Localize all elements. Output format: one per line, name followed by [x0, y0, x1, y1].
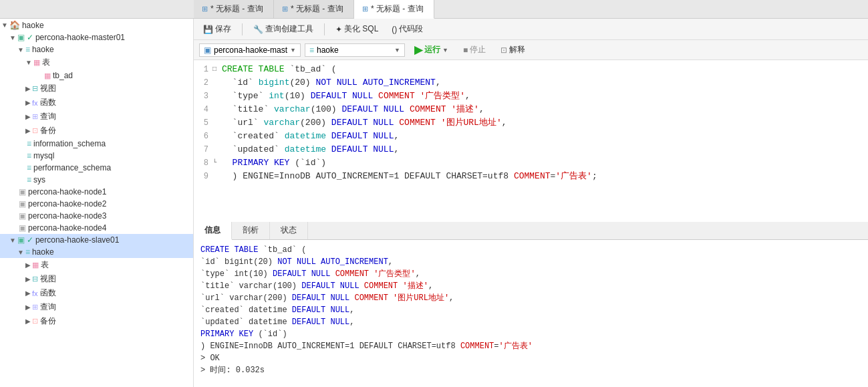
code-editor[interactable]: 1 □ CREATE TABLE `tb_ad` ( 2 `id` bigint… [194, 60, 868, 222]
haoke-db-expander[interactable]: ▼ [17, 46, 24, 53]
result-tab-profile[interactable]: 剖析 [232, 222, 270, 239]
sidebar-item-slave01[interactable]: ▼ ▣ ✓ percona-haoke-slave01 [0, 234, 193, 246]
master01-icon: ▣ [17, 33, 25, 42]
views-icon: ⊟ [32, 84, 38, 93]
master01-label: percona-haoke-master01 [35, 33, 125, 42]
funcs-expander[interactable]: ▶ [25, 99, 31, 106]
explain-label: 解释 [509, 44, 525, 55]
tab-3[interactable]: ⊞ * 无标题 - 查询 [354, 0, 434, 19]
sidebar-item-tables2[interactable]: ▶ ▦ 表 [0, 258, 193, 272]
code-line-6: 6 `created` datetime DEFAULT NULL, [194, 130, 868, 143]
sidebar-item-node3[interactable]: ▣ percona-haoke-node3 [0, 210, 193, 222]
slave01-label: percona-haoke-slave01 [35, 235, 119, 245]
db-select[interactable]: ≡ haoke ▼ [305, 43, 405, 57]
result-tab-status-label: 状态 [281, 225, 297, 235]
explain-icon: ⊡ [500, 45, 507, 55]
sidebar-item-node1[interactable]: ▣ percona-haoke-node1 [0, 186, 193, 198]
views-expander[interactable]: ▶ [25, 85, 31, 92]
backup-icon: ⊡ [32, 126, 38, 135]
sidebar-item-views[interactable]: ▶ ⊟ 视图 [0, 82, 193, 96]
tables-expander[interactable]: ▼ [25, 59, 32, 66]
sidebar-item-info-schema[interactable]: ≡ information_schema [0, 138, 193, 150]
node1-icon: ▣ [19, 187, 26, 197]
save-label: 保存 [215, 23, 231, 35]
slave01-expander[interactable]: ▼ [9, 237, 16, 244]
tab-1[interactable]: ⊞ * 无标题 - 查询 [194, 0, 274, 18]
tb-ad-label: tb_ad [53, 71, 73, 80]
haoke-db2-expander[interactable]: ▼ [17, 249, 24, 256]
sidebar-item-tb-ad[interactable]: ▦ tb_ad [0, 70, 193, 82]
code-line-3: 3 `type` int(10) DEFAULT NULL COMMENT '广… [194, 90, 868, 103]
code-segment-button[interactable]: () 代码段 [388, 22, 427, 36]
views2-icon: ⊟ [32, 275, 38, 283]
save-button[interactable]: 💾 保存 [199, 22, 235, 36]
slave01-icon: ▣ [17, 235, 25, 245]
sidebar-item-node2[interactable]: ▣ percona-haoke-node2 [0, 198, 193, 210]
server-select[interactable]: ▣ percona-haoke-mast ▼ [199, 43, 301, 57]
result-line-6: `created` datetime DEFAULT NULL, [200, 304, 861, 316]
toolbar-sep-1 [242, 23, 243, 35]
result-line-2: `id` bigint(20) NOT NULL AUTO_INCREMENT, [200, 256, 861, 268]
perf-schema-label: performance_schema [33, 163, 111, 172]
server-dropdown-arrow: ▼ [290, 47, 296, 53]
result-tab-info[interactable]: 信息 [194, 222, 232, 240]
backup2-expander[interactable]: ▶ [25, 317, 31, 325]
sidebar-item-funcs[interactable]: ▶ fx 函数 [0, 96, 193, 110]
code-line-4: 4 `title` varchar(100) DEFAULT NULL COMM… [194, 103, 868, 116]
db-select-label: haoke [317, 45, 339, 55]
queries-expander[interactable]: ▶ [25, 113, 31, 120]
node4-icon: ▣ [19, 223, 26, 233]
code-line-8: 8 └ PRIMARY KEY (`id`) [194, 156, 868, 170]
query-tool-icon: 🔧 [253, 25, 263, 34]
queries2-icon: ⊞ [32, 303, 38, 311]
run-dropdown[interactable]: ▼ [442, 47, 448, 53]
sidebar-item-backup2[interactable]: ▶ ⊡ 备份 [0, 314, 193, 328]
sidebar-item-sys[interactable]: ≡ sys [0, 174, 193, 186]
result-area: CREATE TABLE `tb_ad` ( `id` bigint(20) N… [194, 240, 868, 387]
sidebar-item-backup[interactable]: ▶ ⊡ 备份 [0, 124, 193, 138]
sidebar-item-mysql[interactable]: ≡ mysql [0, 150, 193, 162]
code-segment-label: 代码段 [399, 23, 423, 35]
sidebar-item-haoke-root[interactable]: ▼ 🏠 haoke [0, 19, 193, 31]
result-tab-status[interactable]: 状态 [270, 222, 308, 239]
tab-2[interactable]: ⊞ * 无标题 - 查询 [274, 0, 354, 18]
connection-bar: ▣ percona-haoke-mast ▼ ≡ haoke ▼ ▶ 运行 ▼ … [194, 40, 868, 60]
stop-icon: ■ [463, 45, 468, 55]
sidebar-item-tables[interactable]: ▼ ▦ 表 [0, 55, 193, 70]
funcs2-expander[interactable]: ▶ [25, 289, 31, 297]
backup-expander[interactable]: ▶ [25, 127, 31, 134]
sidebar-item-funcs2[interactable]: ▶ fx 函数 [0, 286, 193, 300]
sidebar-item-views2[interactable]: ▶ ⊟ 视图 [0, 272, 193, 286]
sidebar-item-perf-schema[interactable]: ≡ performance_schema [0, 162, 193, 174]
tables2-expander[interactable]: ▶ [25, 261, 31, 269]
run-button[interactable]: ▶ 运行 ▼ [409, 42, 454, 57]
tables2-label: 表 [41, 259, 49, 271]
haoke-db2-icon: ≡ [25, 247, 30, 257]
sidebar-item-haoke-db[interactable]: ▼ ≡ haoke [0, 43, 193, 55]
node1-label: percona-haoke-node1 [28, 187, 106, 197]
sidebar: ▼ 🏠 haoke ▼ ▣ ✓ percona-haoke-master01 ▼… [0, 19, 194, 387]
sidebar-item-queries2[interactable]: ▶ ⊞ 查询 [0, 300, 193, 314]
code-line-9: 9 ) ENGINE=InnoDB AUTO_INCREMENT=1 DEFAU… [194, 170, 868, 183]
queries2-expander[interactable]: ▶ [25, 303, 31, 311]
expander-icon[interactable]: ▼ [1, 21, 8, 29]
result-line-4: `title` varchar(100) DEFAULT NULL COMMEN… [200, 280, 861, 292]
sidebar-item-master01[interactable]: ▼ ▣ ✓ percona-haoke-master01 [0, 31, 193, 43]
funcs-icon: fx [32, 99, 38, 107]
funcs2-icon: fx [32, 289, 38, 297]
views2-expander[interactable]: ▶ [25, 275, 31, 283]
save-icon: 💾 [203, 25, 213, 34]
run-label: 运行 [424, 44, 440, 55]
explain-button[interactable]: ⊡ 解释 [495, 43, 531, 57]
sidebar-item-haoke-db2[interactable]: ▼ ≡ haoke [0, 246, 193, 258]
beautify-button[interactable]: ✦ 美化 SQL [331, 22, 382, 36]
stop-button[interactable]: ■ 停止 [458, 43, 491, 57]
haoke-db-label: haoke [32, 45, 54, 54]
funcs2-label: 函数 [40, 287, 56, 299]
query-tool-button[interactable]: 🔧 查询创建工具 [249, 22, 317, 36]
sidebar-item-node4[interactable]: ▣ percona-haoke-node4 [0, 222, 193, 234]
master01-expander[interactable]: ▼ [9, 34, 16, 41]
mysql-label: mysql [33, 151, 54, 160]
sidebar-item-queries[interactable]: ▶ ⊞ 查询 [0, 110, 193, 124]
result-line-3: `type` int(10) DEFAULT NULL COMMENT '广告类… [200, 268, 861, 280]
